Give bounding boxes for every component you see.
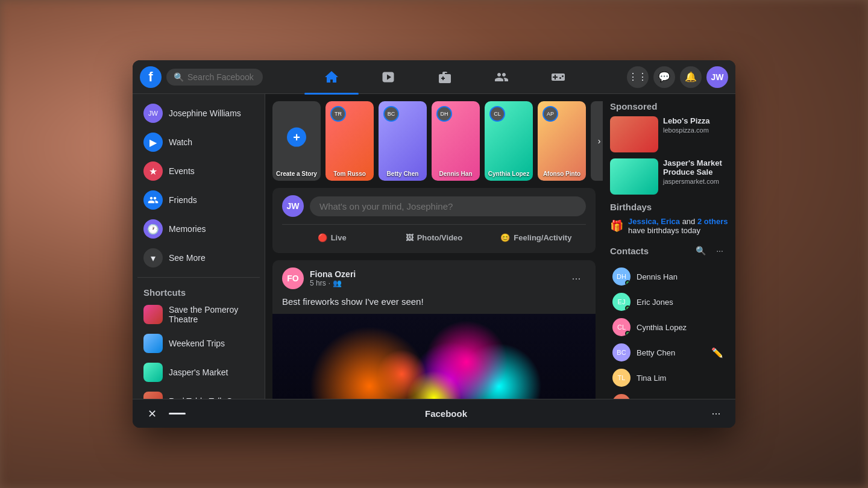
friends-label: Friends	[169, 195, 197, 205]
friends-icon	[143, 190, 163, 210]
contact-dennis-han[interactable]: DH Dennis Han	[610, 264, 728, 289]
new-message-button[interactable]: ✏️	[709, 344, 726, 361]
search-icon: 🔍	[174, 72, 184, 82]
story-label-tom: Tom Russo	[328, 170, 371, 177]
shortcut-red-table-thumb	[143, 392, 163, 399]
birthday-text: Jessica, Erica and 2 others have birthda…	[628, 217, 728, 235]
contacts-search-button[interactable]: 🔍	[692, 242, 709, 259]
sponsored-title: Sponsored	[610, 101, 728, 111]
birthday-icon: 🎁	[610, 219, 623, 233]
contact-cynthia-lopez[interactable]: CL Cynthia Lopez	[610, 314, 728, 340]
story-dennis-han[interactable]: DH Dennis Han	[432, 101, 480, 181]
post-time-separator: ·	[329, 279, 330, 287]
contact-avatar-molly: MC	[612, 394, 631, 399]
contacts-actions: 🔍 ···	[692, 242, 728, 259]
post-input-row: JW	[282, 195, 586, 217]
bottom-minimize-button[interactable]	[169, 413, 186, 414]
shortcut-jaspers-thumb	[143, 363, 163, 382]
bottom-close-button[interactable]: ✕	[142, 404, 162, 424]
story-avatar-afonso: AP	[542, 106, 558, 122]
post-input[interactable]	[310, 196, 586, 216]
facebook-logo[interactable]: f	[140, 66, 162, 88]
contact-avatar-betty: BC	[612, 343, 631, 361]
live-label: Live	[331, 233, 347, 242]
shortcut-pomeroy-label: Save the Pomeroy Theatre	[169, 305, 254, 324]
shortcut-jaspers-market[interactable]: Jasper's Market	[137, 358, 260, 387]
shortcut-pomeroy-thumb	[143, 305, 163, 324]
messenger-button[interactable]: 💬	[653, 66, 675, 88]
search-input[interactable]	[187, 72, 256, 82]
sidebar: JW Josephine Williams ▶ Watch ★ Events F…	[133, 94, 265, 399]
post-action-photo[interactable]: 🖼 Photo/Video	[384, 230, 483, 246]
ad-pizza-info: Lebo's Pizza lebospizza.com	[663, 116, 728, 152]
contacts-header: Contacts 🔍 ···	[610, 242, 728, 259]
contact-molly-carter[interactable]: MC Molly Carter	[610, 390, 728, 399]
feed: + Create a Story TR Tom Russo BC Betty C…	[265, 94, 603, 399]
stories-next-button[interactable]: ›	[591, 101, 603, 181]
sidebar-item-profile[interactable]: JW Josephine Williams	[137, 99, 260, 128]
sidebar-item-friends[interactable]: Friends	[137, 186, 260, 214]
story-label-cynthia: Cynthia Lopez	[487, 170, 530, 177]
contact-tina-lim[interactable]: TL Tina Lim	[610, 365, 728, 390]
sidebar-item-events[interactable]: ★ Events	[137, 157, 260, 186]
story-label-betty: Betty Chen	[381, 170, 424, 177]
ad-market-info: Jasper's Market Produce Sale jaspersmark…	[663, 158, 728, 195]
sidebar-item-see-more[interactable]: ▾ See More	[137, 243, 260, 272]
online-indicator-eric	[625, 305, 631, 311]
bottom-title: Facebook	[193, 408, 699, 419]
post-action-feeling[interactable]: 😊 Feeling/Activity	[486, 230, 586, 246]
apps-button[interactable]: ⋮⋮	[627, 66, 649, 88]
contact-name-cynthia: Cynthia Lopez	[637, 323, 687, 332]
ad-pizza-thumb	[610, 116, 658, 152]
shortcut-red-table[interactable]: Red Table Talk Group	[137, 387, 260, 399]
user-avatar[interactable]: JW	[706, 66, 728, 88]
search-box[interactable]: 🔍	[166, 69, 263, 86]
contact-name-eric: Eric Jones	[637, 298, 673, 307]
contact-eric-jones[interactable]: EJ Eric Jones	[610, 289, 728, 314]
ad-market-thumb	[610, 158, 658, 195]
tab-home[interactable]	[304, 64, 359, 90]
see-more-icon: ▾	[143, 248, 163, 267]
tab-marketplace[interactable]	[418, 64, 472, 90]
contacts-more-button[interactable]: ···	[711, 242, 728, 259]
shortcut-weekend-trips[interactable]: Weekend Trips	[137, 329, 260, 358]
see-more-label: See More	[169, 253, 206, 263]
story-cynthia-lopez[interactable]: CL Cynthia Lopez	[485, 101, 533, 181]
story-avatar-cynthia: CL	[489, 106, 505, 122]
story-label-afonso: Afonso Pinto	[540, 170, 583, 177]
bottom-bar: ✕ Facebook ···	[133, 399, 735, 428]
nav-actions: ⋮⋮ 💬 🔔 JW	[627, 66, 728, 88]
shortcut-jaspers-label: Jasper's Market	[169, 368, 228, 377]
story-tom-russo[interactable]: TR Tom Russo	[326, 101, 374, 181]
post-action-live[interactable]: 🔴 Live	[282, 230, 382, 246]
post-author-name[interactable]: Fiona Ozeri	[310, 269, 561, 279]
contact-avatar-dennis: DH	[612, 267, 631, 286]
ad-jaspers-market[interactable]: Jasper's Market Produce Sale jaspersmark…	[610, 158, 728, 195]
notifications-button[interactable]: 🔔	[680, 66, 702, 88]
story-afonso-pinto[interactable]: AP Afonso Pinto	[538, 101, 586, 181]
shortcut-weekend-label: Weekend Trips	[169, 339, 225, 348]
bottom-more-button[interactable]: ···	[706, 404, 726, 424]
create-story-label: Create a Story	[275, 170, 318, 177]
right-panel: Sponsored Lebo's Pizza lebospizza.com Ja…	[603, 94, 735, 399]
sidebar-item-watch[interactable]: ▶ Watch	[137, 128, 260, 157]
create-story-card[interactable]: + Create a Story	[272, 101, 321, 181]
sidebar-item-memories[interactable]: 🕐 Memories	[137, 214, 260, 243]
post-text: Best fireworks show I've ever seen!	[272, 296, 596, 314]
birthday-suffix: have birthdays today	[628, 226, 700, 235]
shortcut-pomeroy[interactable]: Save the Pomeroy Theatre	[137, 300, 260, 329]
feeling-icon: 😊	[500, 233, 510, 242]
contact-name-betty: Betty Chen	[637, 348, 675, 357]
birthday-item: 🎁 Jessica, Erica and 2 others have birth…	[610, 217, 728, 235]
contact-betty-chen[interactable]: BC Betty Chen ✏️	[610, 340, 728, 365]
post-more-button[interactable]: ···	[567, 269, 586, 288]
shortcuts-header: Shortcuts	[137, 283, 260, 300]
post-box: JW 🔴 Live 🖼 Photo/Video 😊 Feeling/Activi…	[272, 188, 596, 253]
ad-lebos-pizza[interactable]: Lebo's Pizza lebospizza.com	[610, 116, 728, 152]
tab-groups[interactable]	[474, 64, 529, 90]
story-betty-chen[interactable]: BC Betty Chen	[379, 101, 427, 181]
ad-market-domain: jaspersmarket.com	[663, 178, 728, 185]
tab-watch[interactable]	[361, 64, 415, 90]
tab-gaming[interactable]	[531, 64, 585, 90]
birthdays-section: Birthdays 🎁 Jessica, Erica and 2 others …	[610, 202, 728, 235]
